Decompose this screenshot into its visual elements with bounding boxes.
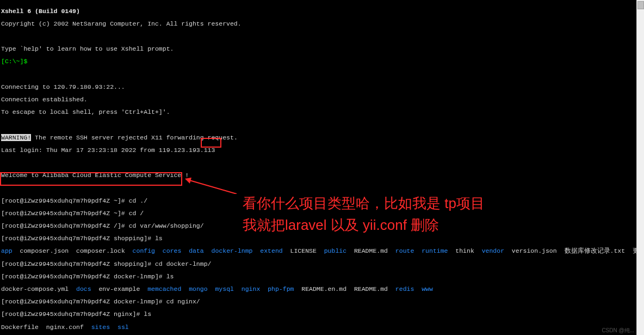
local-prompt: [C:\~]$ — [1, 58, 635, 65]
welcome-text: Welcome to Alibaba Cloud Elastic Compute… — [1, 172, 635, 179]
warning-line: WARNING! The remote SSH server rejected … — [1, 135, 635, 141]
scrollbar[interactable] — [636, 0, 644, 335]
cmd-line: [root@iZwz9945xduhq7m7h9pdf4Z shopping]#… — [1, 261, 635, 267]
ls-output: docker-compose.yml docs env-example memc… — [1, 286, 635, 293]
escape-text: To escape to local shell, press 'Ctrl+Al… — [1, 109, 635, 115]
ls-output: Dockerfile nginx.conf sites ssl — [1, 324, 635, 331]
ls-output: app composer.json composer.lock config c… — [1, 248, 635, 254]
terminal-window[interactable]: Xshell 6 (Build 0149) Copyright (c) 2002… — [0, 0, 636, 335]
cmd-line: [root@iZwz9945xduhq7m7h9pdf4Z shopping]#… — [1, 235, 635, 242]
app-title: Xshell 6 (Build 0149) — [1, 8, 635, 15]
scrollbar-thumb[interactable] — [637, 1, 644, 9]
cmd-line: [root@iZwz9945xduhq7m7h9pdf4Z docker-lnm… — [1, 299, 635, 305]
cmd-line: [root@iZwz9945xduhq7m7h9pdf4Z nginx]# ls — [1, 311, 635, 318]
copyright-text: Copyright (c) 2002 NetSarang Computer, I… — [1, 21, 635, 27]
cmd-line: [root@iZwz9945xduhq7m7h9pdf4Z docker-lnm… — [1, 273, 635, 280]
warning-label: WARNING! — [1, 134, 31, 141]
connecting-text: Connecting to 120.79.180.93:22... — [1, 84, 635, 90]
last-login: Last login: Thu Mar 17 23:23:18 2022 fro… — [1, 147, 635, 154]
established-text: Connection established. — [1, 96, 635, 103]
watermark-text: CSDN @纯... — [602, 328, 634, 333]
annotation-text: 看你什么项目类型哈，比如我是 tp项目 我就把laravel 以及 yii.co… — [243, 192, 485, 236]
help-text: Type `help' to learn how to use Xshell p… — [1, 46, 635, 52]
